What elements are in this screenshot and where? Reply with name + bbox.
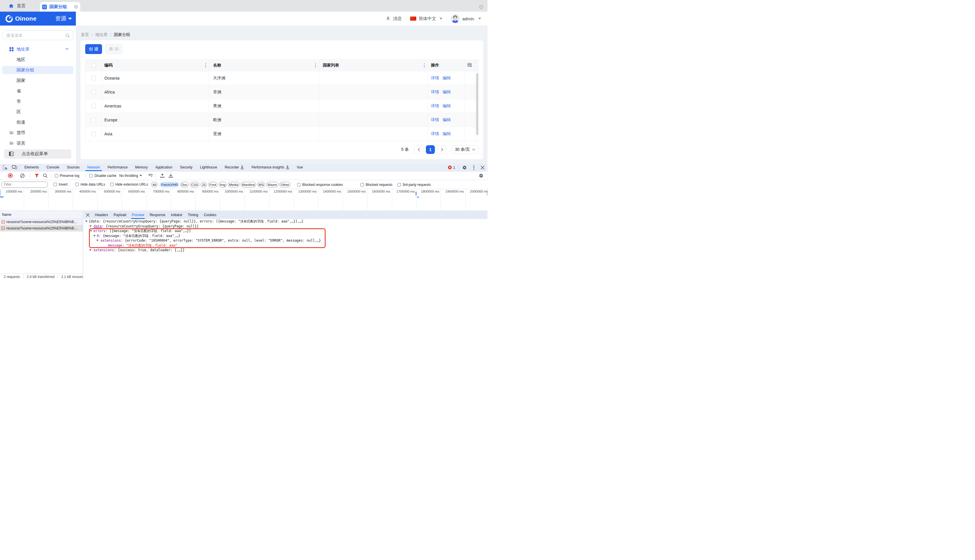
- import-har-icon[interactable]: [158, 173, 167, 178]
- create-button[interactable]: 创建: [85, 44, 102, 54]
- filter-chip-css[interactable]: CSS: [190, 182, 199, 187]
- sidebar-item[interactable]: 货币: [0, 128, 76, 138]
- detail-tab-cookies[interactable]: Cookies: [201, 211, 219, 219]
- detail-link[interactable]: 详情: [431, 75, 439, 81]
- search-network-icon[interactable]: [42, 173, 49, 178]
- sidebar-item[interactable]: 语言: [0, 138, 76, 148]
- tab-home[interactable]: 首页: [5, 0, 29, 12]
- devtools-settings-icon[interactable]: [459, 165, 470, 170]
- edit-link[interactable]: 编辑: [443, 103, 451, 108]
- devtools-tab-application[interactable]: Application: [151, 164, 176, 171]
- devtools-tab-network[interactable]: Network: [84, 164, 104, 171]
- row-checkbox[interactable]: [85, 85, 102, 99]
- detail-tab-payload[interactable]: Payload: [111, 211, 129, 219]
- detail-close-icon[interactable]: [84, 213, 92, 217]
- row-checkbox[interactable]: [85, 71, 102, 85]
- menu-search[interactable]: [3, 30, 73, 40]
- detail-link[interactable]: 详情: [431, 103, 439, 108]
- column-menu-icon[interactable]: [315, 63, 316, 67]
- menu-search-input[interactable]: [7, 31, 65, 40]
- sidebar-item[interactable]: 地区: [0, 54, 76, 65]
- filter-chip-font[interactable]: Font: [208, 182, 217, 187]
- json-tree-line[interactable]: {data: {resourceCountryGroupQuery: {quer…: [84, 219, 321, 224]
- page-size-select[interactable]: 30 条/页: [451, 145, 478, 154]
- throttling-select[interactable]: No throttling: [119, 174, 142, 178]
- sidebar-item[interactable]: 省: [0, 86, 76, 96]
- filter-chip-wasm[interactable]: Wasm: [266, 182, 278, 187]
- collapsed-arrow-icon[interactable]: [90, 248, 92, 251]
- detail-tab-response[interactable]: Response: [147, 211, 168, 219]
- filter-check-blocked-requests[interactable]: Blocked requests: [360, 183, 393, 187]
- tab-close-icon[interactable]: [74, 5, 78, 9]
- devtools-tab-vue[interactable]: Vue: [293, 164, 307, 171]
- hide-extension-urls-checkbox[interactable]: Hide extension URLs: [110, 182, 148, 187]
- column-header-name[interactable]: 名称: [209, 60, 319, 71]
- row-checkbox[interactable]: [85, 99, 102, 113]
- filter-check-blocked-response-cookies[interactable]: Blocked response cookies: [297, 183, 343, 187]
- hide-data-urls-checkbox[interactable]: Hide data URLs: [75, 182, 105, 187]
- edit-link[interactable]: 编辑: [443, 131, 451, 137]
- sidebar-group-address[interactable]: 地址库: [0, 44, 76, 54]
- table-scrollbar[interactable]: [476, 73, 478, 135]
- tab-active[interactable]: 国家分组: [40, 2, 80, 12]
- invert-checkbox[interactable]: Invert: [54, 182, 67, 187]
- edit-link[interactable]: 编辑: [443, 75, 451, 81]
- detail-tab-headers[interactable]: Headers: [92, 211, 111, 219]
- export-har-icon[interactable]: [167, 173, 175, 178]
- device-toolbar-icon[interactable]: [10, 165, 19, 170]
- inspect-element-icon[interactable]: [0, 165, 10, 170]
- detail-link[interactable]: 详情: [431, 90, 439, 95]
- requests-name-header[interactable]: Name: [0, 211, 83, 219]
- detail-link[interactable]: 详情: [431, 131, 439, 137]
- collapse-menu-button[interactable]: 点击收起菜单: [4, 149, 71, 158]
- detail-tab-timing[interactable]: Timing: [185, 211, 201, 219]
- column-header-countries[interactable]: 国家列表: [319, 60, 428, 71]
- devtools-tab-sources[interactable]: Sources: [63, 164, 84, 171]
- filter-check-3rd-party-requests[interactable]: 3rd-party requests: [397, 183, 431, 187]
- filter-chip-doc[interactable]: Doc: [180, 182, 189, 187]
- filter-icon[interactable]: [32, 174, 42, 177]
- breadcrumb-item[interactable]: 首页: [81, 32, 89, 37]
- sidebar-item[interactable]: 国家: [0, 75, 76, 86]
- devtools-tab-performance[interactable]: Performance: [104, 164, 131, 171]
- column-header-code[interactable]: 编码: [102, 60, 209, 71]
- current-page[interactable]: 1: [426, 145, 435, 154]
- detail-link[interactable]: 详情: [431, 117, 439, 123]
- filter-chip-media[interactable]: Media: [228, 182, 240, 187]
- sidebar-item[interactable]: 市: [0, 96, 76, 107]
- filter-chip-other[interactable]: Other: [279, 182, 290, 187]
- json-tree-line[interactable]: extensions: {success: true, dataloader: …: [84, 248, 321, 253]
- next-page-button[interactable]: [438, 145, 447, 154]
- delete-button[interactable]: 删除: [105, 44, 122, 54]
- error-count-badge[interactable]: 1: [448, 165, 455, 170]
- devtools-tab-elements[interactable]: Elements: [21, 164, 43, 171]
- network-settings-icon[interactable]: [477, 173, 486, 178]
- edit-link[interactable]: 编辑: [443, 117, 451, 123]
- prev-page-button[interactable]: [414, 145, 423, 154]
- expanded-arrow-icon[interactable]: [85, 220, 87, 222]
- column-menu-icon[interactable]: [205, 63, 206, 67]
- filter-chip-manifest[interactable]: Manifest: [241, 182, 256, 187]
- devtools-tab-lighthouse[interactable]: Lighthouse: [196, 164, 221, 171]
- language-switcher[interactable]: 简体中文: [410, 16, 442, 22]
- messages-button[interactable]: 消息: [385, 16, 402, 22]
- preserve-log-checkbox[interactable]: Preserve log: [55, 174, 79, 178]
- sidebar-item[interactable]: 国家分组: [0, 65, 76, 75]
- filter-chip-img[interactable]: Img: [219, 182, 227, 187]
- collapsed-arrow-icon[interactable]: [90, 225, 92, 227]
- disable-cache-checkbox[interactable]: Disable cache: [89, 174, 116, 178]
- devtools-more-icon[interactable]: [470, 165, 478, 170]
- clear-network-log-icon[interactable]: [18, 173, 27, 178]
- filter-chip-all[interactable]: All: [151, 182, 157, 187]
- collapse-tabbar-icon[interactable]: [479, 5, 483, 9]
- request-row[interactable]: resource?scene=resource%23%E5%9B%B…: [0, 219, 83, 225]
- filter-chip-js[interactable]: JS: [201, 182, 207, 187]
- network-conditions-icon[interactable]: [148, 173, 154, 178]
- row-checkbox[interactable]: [85, 113, 102, 127]
- edit-link[interactable]: 编辑: [443, 90, 451, 95]
- row-checkbox[interactable]: [85, 127, 102, 141]
- detail-tab-preview[interactable]: Preview: [129, 211, 147, 219]
- user-menu[interactable]: admin: [451, 14, 481, 23]
- select-all-checkbox[interactable]: [85, 60, 102, 71]
- record-network-log-icon[interactable]: [5, 173, 15, 178]
